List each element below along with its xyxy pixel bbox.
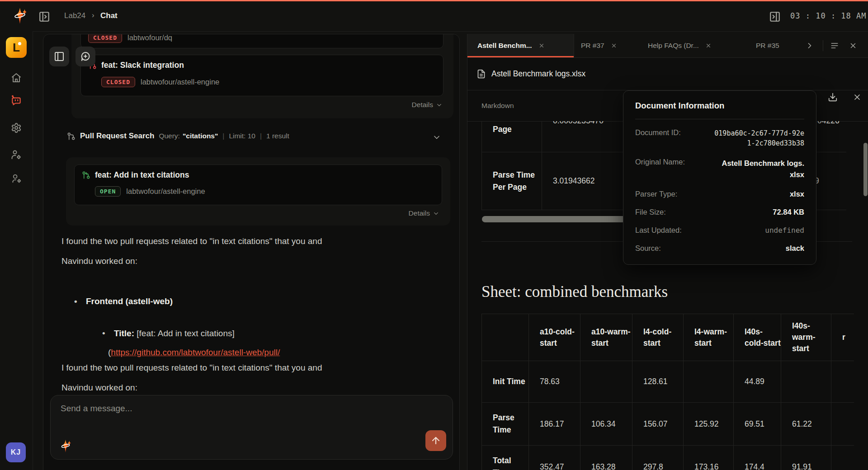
tab-bar: Astell Benchm... PR #37 Help FAQs (Dr... — [467, 34, 868, 58]
bullet-frontend: Frontend (astell-web) — [74, 296, 173, 306]
composer-spark-icon[interactable] — [59, 439, 72, 453]
toggle-history-button[interactable] — [49, 47, 69, 66]
cell: 106.34 — [580, 403, 632, 446]
info-row-original-name: Original Name: Astell Benchmark logs.xls… — [635, 158, 804, 180]
pr-repo: labtwofour/astell-engine — [141, 78, 219, 86]
tab-close-icon[interactable] — [611, 42, 617, 49]
meta-separator: | — [260, 132, 262, 140]
tab-close-icon[interactable] — [538, 42, 545, 49]
gear-icon — [11, 122, 22, 133]
breadcrumb-app[interactable]: Lab24 — [64, 11, 85, 20]
user-round-cog-icon — [11, 173, 22, 183]
meta-separator: | — [222, 132, 224, 140]
logo-dot — [18, 42, 21, 45]
horizontal-scrollbar[interactable] — [482, 216, 626, 222]
git-pull-request-icon — [82, 171, 90, 179]
details-toggle[interactable]: Details — [412, 101, 443, 109]
pr-card-slack[interactable]: feat: Slack integration CLOSED labtwofou… — [80, 55, 443, 96]
tool-call-header[interactable]: Pull Request Search Query: "citations" |… — [67, 132, 289, 141]
cell — [684, 361, 734, 403]
message-line: Navindu worked on: — [61, 383, 137, 392]
panel-left-icon — [54, 51, 65, 62]
tab-astell-benchmark[interactable]: Astell Benchm... — [467, 34, 574, 57]
sidebar-item-user-admin[interactable] — [0, 146, 33, 164]
cell: 44.89 — [734, 361, 781, 403]
result-count: 1 result — [266, 132, 289, 140]
pr-title: feat: Slack integration — [101, 61, 184, 70]
chevron-down-icon — [433, 210, 439, 217]
tab-list-icon[interactable] — [829, 40, 840, 51]
info-value: slack — [786, 244, 804, 253]
cell — [580, 361, 632, 403]
panel-right-open-icon[interactable] — [769, 10, 781, 23]
message-line: Navindu worked on: — [61, 256, 137, 266]
info-value: xlsx — [790, 190, 804, 198]
details-toggle[interactable]: Details — [409, 209, 439, 217]
col-header: a10-warm-start — [580, 314, 632, 361]
send-button[interactable] — [425, 430, 446, 451]
workspace-logo[interactable]: L — [6, 37, 27, 58]
cell — [831, 403, 854, 446]
cell: 156.07 — [632, 403, 684, 446]
tab-close-icon[interactable] — [705, 42, 712, 49]
info-label: Original Name: — [635, 158, 685, 166]
message-line: I found the two pull requests related to… — [61, 363, 322, 372]
mode-label[interactable]: Markdown — [481, 102, 514, 110]
pr-card-citations[interactable]: feat: Add in text citations OPEN labtwof… — [74, 164, 442, 205]
info-row-last-updated: Last Updated: undefined — [635, 226, 804, 235]
home-icon — [11, 72, 22, 83]
info-label: Source: — [635, 244, 661, 253]
new-chat-button[interactable] — [75, 47, 95, 66]
table-row: Total Time 352.47 163.28 297.8 173.16 17… — [482, 446, 854, 470]
bullet-title: Title: [feat: Add in text citations] — [102, 329, 235, 338]
cell: 91.91 — [781, 446, 831, 470]
message-input[interactable] — [60, 403, 387, 436]
bullet-title-text: [feat: Add in text citations] — [134, 329, 235, 338]
frag-cell-fragment: 04226 — [817, 121, 840, 125]
tab-pr-35[interactable]: PR #35 — [756, 34, 797, 57]
info-value: undefined — [765, 226, 804, 235]
tab-pr-37[interactable]: PR #37 — [581, 34, 646, 57]
info-value: Astell Benchmark logs.xlsx — [718, 158, 804, 180]
pr-link-line: (https://github.com/labtwofour/astell-we… — [108, 348, 280, 357]
query-value: "citations" — [183, 132, 218, 140]
panel-close-icon[interactable] — [848, 40, 859, 51]
brand-spark-icon — [11, 7, 28, 24]
panel-left-open-icon[interactable] — [38, 10, 51, 23]
breadcrumb-separator: › — [92, 11, 94, 20]
sidebar-item-home[interactable] — [0, 69, 33, 87]
collapse-tool-chevron-icon[interactable] — [432, 133, 441, 142]
table-row: Init Time 78.63 128.61 44.89 — [482, 361, 854, 403]
cell: 61.22 — [781, 403, 831, 446]
sidebar-item-settings[interactable] — [0, 119, 33, 137]
github-pr-link[interactable]: https://github.com/labtwofour/astell-web… — [111, 348, 280, 357]
col-header: l40s-cold-start — [734, 314, 781, 361]
col-header: l40s-warm-start — [781, 314, 831, 361]
user-avatar[interactable]: KJ — [6, 442, 26, 462]
tab-label: PR #35 — [756, 42, 779, 50]
info-label: Parser Type: — [635, 190, 677, 198]
tab-help-faqs[interactable]: Help FAQs (Dr... — [648, 34, 747, 57]
info-row-parser-type: Parser Type: xlsx — [635, 190, 804, 198]
pr-status-badge: CLOSED — [101, 77, 135, 87]
tab-scroll-right-icon[interactable] — [804, 40, 815, 51]
message-line: I found the two pull requests related to… — [61, 236, 322, 246]
sidebar-item-chat-bot[interactable] — [0, 91, 33, 109]
tool-result-block: CLOSED labtwofour/dq feat: Slack integra… — [71, 34, 453, 118]
query-label: Query: — [159, 132, 180, 140]
left-rail: L — [0, 31, 33, 470]
user-cog-icon — [11, 149, 22, 160]
file-text-icon — [476, 69, 486, 79]
info-label: Document ID: — [635, 128, 681, 137]
popover-divider — [635, 119, 804, 119]
vertical-scrollbar[interactable] — [863, 143, 868, 196]
tool-call-title: Pull Request Search — [80, 132, 154, 141]
assistant-message-repeat: I found the two pull requests related to… — [61, 358, 355, 398]
cell: 163.28 — [580, 446, 632, 470]
cell: 69.51 — [734, 403, 781, 446]
sidebar-item-team-admin[interactable] — [0, 169, 33, 187]
avatar-initials: KJ — [11, 448, 21, 456]
row-label: Parse Time — [482, 403, 529, 446]
pr-title: feat: Add in text citations — [95, 170, 189, 180]
pr-card-partial[interactable]: CLOSED labtwofour/dq — [80, 34, 443, 48]
